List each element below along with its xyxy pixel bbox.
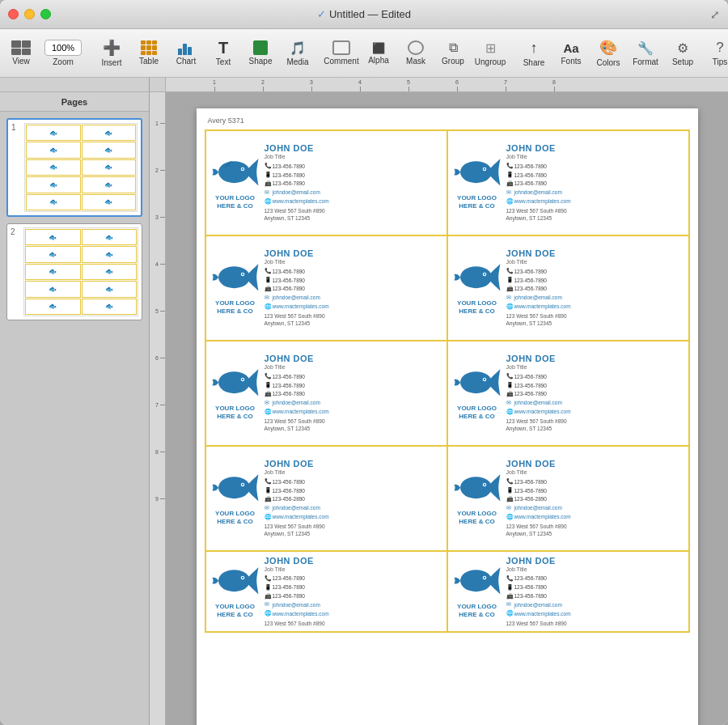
close-button[interactable]: [8, 9, 19, 19]
card-info-2: JOHN DOE Job Title 📞123-456-7890 📱123-45…: [506, 143, 684, 222]
fish-logo-3: [211, 261, 260, 295]
page-preview-2: 🐟 🐟 🐟 🐟 🐟 🐟 🐟 🐟 🐟 🐟: [23, 227, 138, 316]
ruler-corner-v: [150, 78, 166, 92]
biz-card-5-right[interactable]: YOUR LOGOHERE & CO JOHN DOE Job Title 📞1…: [447, 551, 689, 632]
fish-logo-4: [453, 261, 502, 295]
colors-label: Colors: [597, 58, 620, 67]
colors-button[interactable]: 🎨 Colors: [590, 32, 626, 74]
tips-button[interactable]: ? Tips: [702, 32, 728, 74]
ruler-mark-4: 4: [358, 79, 362, 85]
group-button[interactable]: ⧉ Group: [435, 32, 471, 74]
pages-container: 1 🐟 🐟 🐟 🐟 🐟 🐟 🐟 🐟 🐟 🐟: [0, 112, 149, 725]
group-icon: ⧉: [449, 40, 458, 55]
format-button[interactable]: 🔧 Format: [628, 32, 663, 74]
media-icon: 🎵: [290, 40, 306, 56]
page-number-2: 2: [11, 227, 20, 236]
svg-point-27: [460, 570, 492, 592]
biz-card-1-left[interactable]: YOUR LOGOHERE & CO JOHN DOE Job Title 📞1…: [205, 130, 447, 235]
minimize-button[interactable]: [24, 9, 35, 19]
page-thumb-1[interactable]: 1 🐟 🐟 🐟 🐟 🐟 🐟 🐟 🐟 🐟 🐟: [6, 118, 142, 217]
biz-card-4-right[interactable]: YOUR LOGOHERE & CO JOHN DOE Job Title 📞1…: [447, 446, 689, 551]
fonts-button[interactable]: Aa Fonts: [553, 32, 589, 74]
ruler-mark-7: 7: [504, 79, 507, 85]
tips-icon: ?: [716, 40, 723, 56]
text-button[interactable]: T Text: [205, 32, 241, 74]
biz-card-2-left[interactable]: YOUR LOGOHERE & CO JOHN DOE Job Title 📞1…: [205, 235, 447, 341]
alpha-button[interactable]: ⬛ Alpha: [361, 32, 396, 74]
card-left-2: YOUR LOGOHERE & CO: [453, 155, 502, 210]
chart-label: Chart: [176, 57, 196, 66]
biz-card-3-right[interactable]: YOUR LOGOHERE & CO JOHN DOE Job Title 📞1…: [447, 341, 689, 446]
chart-button[interactable]: Chart: [168, 32, 204, 74]
avery-label: Avery 5371: [205, 117, 690, 125]
ruler-corner-sidebar: [0, 78, 150, 92]
media-button[interactable]: 🎵 Media: [280, 32, 315, 74]
app-window: ✓Untitled — Edited ⤢ View Zoom ➕ Insert: [0, 0, 728, 725]
card-name-1: JOHN DOE: [265, 143, 442, 153]
ruler-mark-8: 8: [552, 79, 556, 85]
fullscreen-button[interactable]: ⤢: [710, 8, 720, 21]
comment-button[interactable]: Comment: [324, 32, 359, 74]
mask-button[interactable]: Mask: [398, 32, 434, 74]
insert-icon: ➕: [103, 39, 121, 57]
biz-card-3-left[interactable]: YOUR LOGOHERE & CO JOHN DOE Job Title 📞1…: [205, 341, 447, 446]
zoom-input[interactable]: [44, 40, 82, 56]
card-jobtitle-1: Job Title: [265, 154, 442, 159]
fish-logo-10: [453, 564, 502, 598]
fish-logo-7: [211, 471, 260, 505]
business-card-grid: YOUR LOGOHERE & CO JOHN DOE Job Title 📞1…: [205, 129, 690, 633]
comment-icon: [332, 40, 350, 55]
setup-button[interactable]: ⚙ Setup: [665, 32, 700, 74]
horizontal-ruler: 1 2 3 4 5 6 7 8: [166, 78, 728, 92]
svg-point-11: [483, 273, 485, 275]
svg-point-6: [218, 267, 250, 289]
insert-button[interactable]: ➕ Insert: [94, 32, 129, 74]
title-bar: ✓Untitled — Edited ⤢: [0, 0, 728, 29]
share-label: Share: [523, 58, 545, 67]
setup-label: Setup: [672, 57, 693, 66]
group-label: Group: [442, 57, 464, 66]
svg-point-0: [218, 162, 250, 184]
biz-card-5-left[interactable]: YOUR LOGOHERE & CO JOHN DOE Job Title 📞1…: [205, 551, 447, 632]
shape-button[interactable]: Shape: [243, 32, 278, 74]
view-button[interactable]: View: [3, 32, 39, 74]
alpha-icon: ⬛: [372, 42, 385, 54]
maximize-button[interactable]: [40, 9, 51, 19]
page-number-1: 1: [11, 123, 21, 132]
view-icon: [11, 40, 31, 55]
table-icon: [141, 40, 157, 55]
svg-point-15: [460, 372, 492, 394]
svg-point-8: [241, 273, 243, 275]
pages-sidebar: Pages 1 🐟 🐟 🐟 🐟 🐟 🐟 🐟: [0, 92, 150, 725]
zoom-button[interactable]: Zoom: [40, 32, 86, 74]
ruler-row: 1 2 3 4 5 6 7 8: [0, 78, 728, 92]
svg-point-23: [483, 484, 485, 485]
ungroup-button[interactable]: ⊞ Ungroup: [472, 32, 508, 74]
canvas-area[interactable]: 1 2 3 4 5 6 7 8 9 Avery 5371: [150, 92, 728, 725]
shape-label: Shape: [249, 57, 273, 66]
share-button[interactable]: ↑ Share: [516, 32, 552, 74]
ruler-mark-2: 2: [261, 79, 265, 85]
comment-label: Comment: [324, 57, 358, 66]
page-thumb-2[interactable]: 2 🐟 🐟 🐟 🐟 🐟 🐟 🐟 🐟 🐟 🐟: [6, 223, 142, 320]
biz-card-1-right[interactable]: YOUR LOGOHERE & CO JOHN DOE Job Title 📞1…: [447, 130, 689, 235]
svg-point-29: [483, 577, 485, 579]
svg-point-3: [460, 162, 492, 184]
zoom-label: Zoom: [53, 57, 74, 66]
svg-point-12: [218, 372, 250, 394]
fish-logo-5: [211, 366, 260, 400]
colors-icon: 🎨: [599, 39, 617, 57]
fish-logo-8: [453, 471, 502, 505]
ruler-mark-5: 5: [407, 79, 410, 85]
fish-logo-6: [453, 366, 502, 400]
media-label: Media: [286, 57, 308, 66]
pages-header: Pages: [0, 92, 149, 112]
svg-point-2: [241, 168, 243, 170]
svg-point-26: [241, 577, 243, 579]
biz-card-2-right[interactable]: YOUR LOGOHERE & CO JOHN DOE Job Title 📞1…: [447, 235, 689, 341]
biz-card-4-left[interactable]: YOUR LOGOHERE & CO JOHN DOE Job Title 📞1…: [205, 446, 447, 551]
fonts-label: Fonts: [561, 57, 581, 66]
main-area: Pages 1 🐟 🐟 🐟 🐟 🐟 🐟 🐟: [0, 92, 728, 725]
table-button[interactable]: Table: [131, 32, 167, 74]
mask-icon: [408, 40, 424, 55]
